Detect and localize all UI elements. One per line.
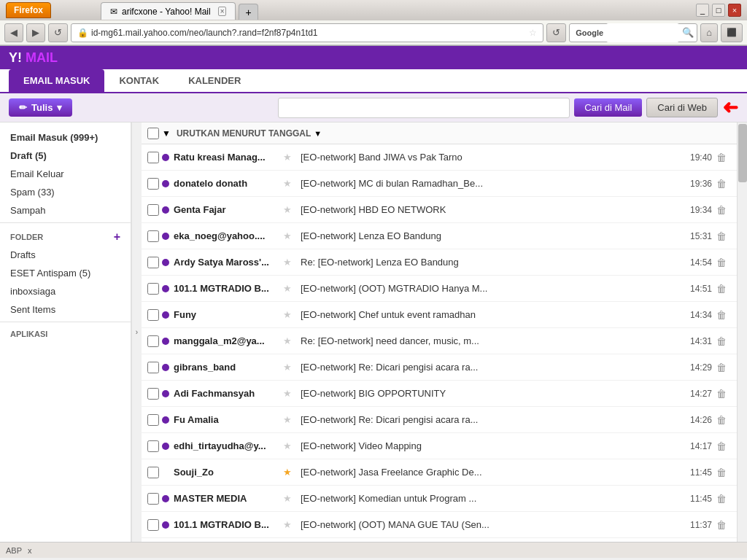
email-delete-button[interactable]: 🗑 [716, 178, 731, 190]
email-row[interactable]: Fu Amalia★[EO-network] Re: Dicari pengis… [142, 407, 737, 433]
addons-button[interactable]: ⬛ [721, 23, 743, 42]
email-star[interactable]: ★ [283, 178, 295, 189]
scrollbar-thumb[interactable] [738, 124, 747, 182]
tab-kontak[interactable]: KONTAK [104, 69, 174, 92]
email-star[interactable]: ★ [283, 283, 295, 294]
email-star[interactable]: ★ [283, 467, 295, 478]
email-star[interactable]: ★ [283, 204, 295, 215]
add-folder-icon[interactable]: + [114, 230, 120, 244]
email-star[interactable]: ★ [283, 519, 295, 530]
email-star[interactable]: ★ [283, 335, 295, 346]
email-star[interactable]: ★ [283, 414, 295, 425]
email-delete-button[interactable]: 🗑 [716, 440, 731, 452]
search-mail-input[interactable] [278, 98, 570, 118]
sort-dropdown-icon[interactable]: ▼ [162, 128, 171, 139]
email-delete-button[interactable]: 🗑 [716, 335, 731, 347]
tab-email-masuk[interactable]: EMAIL MASUK [9, 69, 104, 92]
email-row[interactable]: Ardy Satya Maross'...★Re: [EO-network] L… [142, 249, 737, 276]
email-star[interactable]: ★ [283, 152, 295, 163]
email-star[interactable]: ★ [283, 257, 295, 268]
url-bar[interactable]: 🔒 id-mg61.mail.yahoo.com/neo/launch?.ran… [71, 23, 543, 42]
sidebar-item-trash[interactable]: Sampah [0, 201, 131, 219]
email-row[interactable]: wee-dha★[EO-network] Maharani ' Hanya Ke… [142, 538, 737, 542]
select-all-checkbox[interactable] [147, 128, 159, 139]
email-checkbox[interactable] [147, 519, 159, 531]
email-delete-button[interactable]: 🗑 [716, 493, 731, 505]
sidebar-item-draft[interactable]: Draft (5) [0, 147, 131, 165]
email-list-scrollbar[interactable] [737, 122, 747, 542]
sidebar-item-sent-items[interactable]: Sent Items [0, 300, 131, 319]
email-delete-button[interactable]: 🗑 [716, 204, 731, 216]
search-mail-button[interactable]: Cari di Mail [574, 98, 642, 117]
sidebar-item-eset[interactable]: ESET Antispam (5) [0, 264, 131, 282]
tab-kalender[interactable]: KALENDER [174, 69, 255, 92]
search-web-button[interactable]: Cari di Web [646, 98, 718, 117]
email-row[interactable]: manggala_m2@ya...★Re: [EO-network] need … [142, 328, 737, 354]
email-row[interactable]: 101.1 MGTRADIO B...★[EO-network] (OOT) M… [142, 276, 737, 302]
email-checkbox[interactable] [147, 257, 159, 268]
email-row[interactable]: Ratu kreasi Manag...★[EO-network] Band J… [142, 144, 737, 171]
email-delete-button[interactable]: 🗑 [716, 257, 731, 268]
firefox-button[interactable]: Firefox [6, 2, 51, 18]
email-row[interactable]: MASTER MEDIA★[EO-network] Komedian untuk… [142, 486, 737, 512]
maximize-button[interactable]: □ [712, 4, 725, 17]
sidebar-expand-handle[interactable]: › [131, 122, 142, 542]
refresh-icon[interactable]: ↺ [546, 23, 566, 42]
email-star[interactable]: ★ [283, 309, 295, 320]
email-delete-button[interactable]: 🗑 [716, 283, 731, 295]
email-checkbox[interactable] [147, 493, 159, 505]
email-checkbox[interactable] [147, 388, 159, 400]
email-checkbox[interactable] [147, 362, 159, 373]
email-star[interactable]: ★ [283, 440, 295, 451]
minimize-button[interactable]: _ [696, 4, 709, 17]
email-delete-button[interactable]: 🗑 [716, 388, 731, 400]
bookmark-icon[interactable]: ☆ [529, 28, 537, 38]
email-row[interactable]: Funy★[EO-network] Chef untuk event ramad… [142, 302, 737, 328]
email-checkbox[interactable] [147, 152, 159, 163]
email-delete-button[interactable]: 🗑 [716, 230, 731, 242]
email-checkbox[interactable] [147, 178, 159, 190]
email-delete-button[interactable]: 🗑 [716, 152, 731, 163]
email-row[interactable]: Genta Fajar★[EO-network] HBD EO NETWORK1… [142, 197, 737, 223]
chrome-search-input[interactable] [606, 23, 679, 42]
email-checkbox[interactable] [147, 204, 159, 216]
email-delete-button[interactable]: 🗑 [716, 309, 731, 321]
new-tab-button[interactable]: + [239, 4, 258, 20]
home-button[interactable]: ⌂ [700, 23, 718, 42]
email-checkbox[interactable] [147, 230, 159, 242]
active-tab[interactable]: ✉ arifcxone - Yahoo! Mail × [101, 2, 236, 20]
tab-close-btn[interactable]: × [218, 7, 227, 16]
email-row[interactable]: edhi_tirtayudha@y...★[EO-network] Video … [142, 433, 737, 459]
email-checkbox[interactable] [147, 283, 159, 295]
email-delete-button[interactable]: 🗑 [716, 414, 731, 426]
reload-button[interactable]: ↺ [48, 23, 68, 42]
email-delete-button[interactable]: 🗑 [716, 519, 731, 531]
email-checkbox[interactable] [147, 309, 159, 321]
email-row[interactable]: 101.1 MGTRADIO B...★[EO-network] (OOT) M… [142, 512, 737, 538]
back-button[interactable]: ◀ [4, 23, 23, 42]
email-checkbox[interactable] [147, 440, 159, 452]
email-star[interactable]: ★ [283, 388, 295, 399]
email-delete-button[interactable]: 🗑 [716, 362, 731, 373]
email-delete-button[interactable]: 🗑 [716, 467, 731, 478]
email-checkbox[interactable] [147, 467, 159, 478]
sidebar-item-drafts-folder[interactable]: Drafts [0, 246, 131, 264]
email-row[interactable]: donatelo donath★[EO-network] MC di bulan… [142, 171, 737, 197]
email-star[interactable]: ★ [283, 362, 295, 373]
email-row[interactable]: gibrans_band★[EO-network] Re: Dicari pen… [142, 354, 737, 381]
sort-arrow-icon[interactable]: ▼ [314, 129, 322, 138]
chrome-search-icon[interactable]: 🔍 [682, 27, 694, 38]
sidebar-item-inboxsiaga[interactable]: inboxsiaga [0, 282, 131, 300]
compose-button[interactable]: ✏ Tulis ▾ [9, 98, 72, 117]
email-star[interactable]: ★ [283, 493, 295, 504]
forward-button[interactable]: ▶ [26, 23, 45, 42]
email-checkbox[interactable] [147, 335, 159, 347]
email-checkbox[interactable] [147, 414, 159, 426]
sidebar-item-sent[interactable]: Email Keluar [0, 165, 131, 183]
close-button[interactable]: × [728, 4, 741, 17]
email-row[interactable]: Adi Fachmansyah★[EO-network] BIG OPPORTU… [142, 381, 737, 407]
sidebar-item-spam[interactable]: Spam (33) [0, 183, 131, 201]
email-row[interactable]: eka_noeg@yahoo....★[EO-network] Lenza EO… [142, 223, 737, 249]
compose-dropdown-icon[interactable]: ▾ [57, 102, 62, 113]
email-row[interactable]: Souji_Zo★[EO-network] Jasa Freelance Gra… [142, 459, 737, 486]
